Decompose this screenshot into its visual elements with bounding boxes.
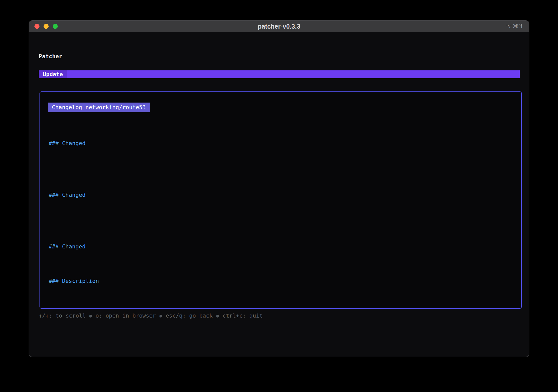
help-separator-icon: ● — [160, 313, 162, 318]
help-item-back: esc/q: go back — [166, 312, 213, 319]
description-bullet-item: ●Adds optional alias config block to Rou… — [49, 294, 516, 303]
help-bar: ↑/↓: to scroll ● o: open in browser ● es… — [39, 311, 263, 320]
terminal-window: patcher-v0.3.3 ⌥⌘3 Patcher Update Change… — [29, 20, 529, 357]
changelog-badge: Changelog networking/route53 — [48, 103, 150, 112]
bullet-item: ●No changes, safe to bump — [49, 208, 516, 217]
titlebar: patcher-v0.3.3 ⌥⌘3 — [29, 21, 529, 32]
tab-bar-fill — [67, 70, 520, 78]
bullet-item: ●No breaking changes, safe to bump — [49, 260, 516, 268]
description-heading: ### Description — [49, 277, 516, 285]
changed-heading: ### Changed — [49, 191, 516, 199]
help-item-open: o: open in browser — [95, 312, 156, 319]
window-title: patcher-v0.3.3 — [29, 21, 529, 32]
help-separator-icon: ● — [89, 313, 92, 318]
bullet-item: ●No changes, safe to bump — [49, 156, 516, 165]
tab-bar: Update — [39, 70, 520, 78]
help-item-scroll: ↑/↓: to scroll — [39, 312, 86, 319]
changed-heading: ### Changed — [49, 139, 516, 148]
release-header: ## v0.102.6https://github.com/gruntwork-… — [49, 173, 516, 182]
changed-heading: ### Changed — [49, 242, 516, 251]
tab-update[interactable]: Update — [39, 70, 67, 78]
release-header: ## v0.102.7https://github.com/gruntwork-… — [49, 122, 516, 130]
app-heading: Patcher — [39, 52, 62, 61]
release-header: ## v0.102.5https://github.com/gruntwork-… — [49, 225, 516, 234]
window-shortcut-badge: ⌥⌘3 — [506, 21, 523, 32]
changelog-viewport[interactable]: Changelog networking/route53 ## v0.102.7… — [39, 91, 522, 309]
help-item-quit: ctrl+c: quit — [223, 312, 263, 319]
help-separator-icon: ● — [216, 313, 219, 318]
changelog-lines: ## v0.102.7https://github.com/gruntwork-… — [49, 122, 516, 303]
